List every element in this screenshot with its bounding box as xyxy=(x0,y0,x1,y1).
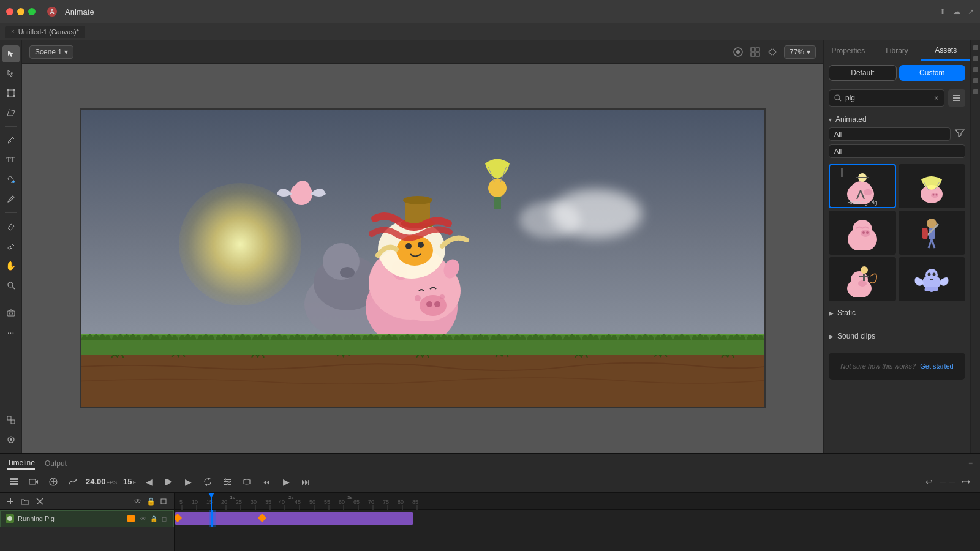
titlebar-actions[interactable]: ⬆ ☁ ↗ xyxy=(940,7,974,16)
brush-tool[interactable] xyxy=(2,190,20,208)
timeline-collapse-button[interactable]: ≡ xyxy=(968,459,973,468)
layer-row-running-pig[interactable]: Running Pig 👁 🔒 ◻ xyxy=(0,510,174,527)
left-toolbar: T T ✋ ··· xyxy=(0,40,22,453)
custom-view-button[interactable]: Custom xyxy=(899,65,966,81)
insert-frame-icon[interactable] xyxy=(240,475,254,489)
svg-rect-57 xyxy=(953,100,960,101)
filter-icon[interactable] xyxy=(954,127,965,138)
list-view-toggle[interactable] xyxy=(948,89,965,107)
asset-pig4[interactable] xyxy=(899,211,966,255)
timeline-settings-icon[interactable] xyxy=(221,475,234,489)
svg-rect-90 xyxy=(10,483,18,485)
layer-stack-icon[interactable] xyxy=(7,475,21,489)
tab-assets[interactable]: Assets xyxy=(921,40,970,61)
layer-outline-mode-icon[interactable]: ◻ xyxy=(160,514,168,523)
cloud-icon[interactable]: ☁ xyxy=(953,7,960,16)
tab-library[interactable]: Library xyxy=(873,40,922,61)
filter-select-1[interactable]: All xyxy=(829,127,951,141)
timeline-track[interactable]: 5 10 15 20 25 30 35 40 45 50 55 60 65 70… xyxy=(175,493,980,551)
output-tab[interactable]: Output xyxy=(45,458,67,469)
go-to-end-button[interactable]: ⏭ xyxy=(299,475,312,489)
animated-section-header[interactable]: ▾ Animated xyxy=(829,111,965,127)
delete-layer-button[interactable] xyxy=(34,496,45,507)
asset-pig2[interactable] xyxy=(899,164,966,208)
svg-rect-102 xyxy=(224,479,231,480)
play-button[interactable]: ▶ xyxy=(279,475,293,489)
zoom-tool[interactable] xyxy=(2,277,20,294)
minimize-button[interactable] xyxy=(17,8,24,15)
far-right-panel xyxy=(970,40,980,453)
pen-tool[interactable] xyxy=(2,132,20,149)
far-right-icon-4 xyxy=(973,78,978,83)
freetransform-tool[interactable] xyxy=(2,84,20,102)
static-chevron-icon: ▶ xyxy=(829,310,834,317)
layer-locked-icon[interactable]: 🔒 xyxy=(149,514,158,523)
timeline-zoom-icon[interactable] xyxy=(959,475,973,489)
snap-icon[interactable] xyxy=(733,47,744,58)
arrow-icon[interactable]: ↗ xyxy=(968,7,974,16)
layer-lock-icon[interactable]: 🔒 xyxy=(145,496,156,507)
graph-icon[interactable] xyxy=(66,475,80,489)
go-to-start-button[interactable]: ⏮ xyxy=(260,475,273,489)
nav-goto-icon[interactable] xyxy=(162,475,175,489)
svg-text:45: 45 xyxy=(295,499,301,505)
subselect-tool[interactable] xyxy=(2,65,20,82)
animated-section: ▾ Animated All All xyxy=(824,111,970,164)
asset-pig3[interactable] xyxy=(829,211,896,255)
eyedropper-tool[interactable] xyxy=(2,238,20,255)
grid-icon[interactable] xyxy=(750,47,761,58)
search-input[interactable] xyxy=(845,94,930,102)
help-text: Not sure how this works? xyxy=(840,362,916,370)
camera-tool[interactable] xyxy=(2,304,20,321)
document-tab[interactable]: × Untitled-1 (Canvas)* xyxy=(5,26,85,38)
tab-properties[interactable]: Properties xyxy=(824,40,873,61)
search-clear-button[interactable]: × xyxy=(934,93,939,103)
asset-pig5[interactable] xyxy=(829,257,896,301)
more-tool[interactable]: ··· xyxy=(2,324,20,341)
add-folder-button[interactable] xyxy=(20,496,31,507)
window-controls[interactable] xyxy=(6,8,36,15)
share-icon[interactable]: ⬆ xyxy=(940,7,946,16)
layer-outline-icon[interactable] xyxy=(158,496,169,507)
close-button[interactable] xyxy=(6,8,13,15)
layer-visible-icon[interactable]: 👁 xyxy=(139,514,148,523)
nav-prev-icon[interactable]: ◀ xyxy=(142,475,156,489)
resize-icon[interactable] xyxy=(767,47,778,58)
svg-text:5: 5 xyxy=(179,499,183,505)
stage[interactable] xyxy=(22,64,823,453)
filter-select-2[interactable]: All xyxy=(829,144,965,158)
camera-control-icon[interactable] xyxy=(27,475,40,489)
svg-rect-106 xyxy=(228,481,230,483)
asset-pig6[interactable] xyxy=(899,257,966,301)
fps-display: 24.00 FPS xyxy=(86,477,117,486)
static-section: ▶ Static xyxy=(824,301,970,324)
zoom-selector[interactable]: 77% ▾ xyxy=(784,45,816,59)
layer-eye-icon[interactable]: 👁 xyxy=(132,496,143,507)
add-motion-icon[interactable] xyxy=(47,475,60,489)
add-layer-button[interactable] xyxy=(5,496,16,507)
maximize-button[interactable] xyxy=(28,8,36,15)
eraser-tool[interactable] xyxy=(2,218,20,235)
static-section-header[interactable]: ▶ Static xyxy=(829,305,965,321)
sound-section-header[interactable]: ▶ Sound clips xyxy=(829,328,965,344)
scene-selector[interactable]: Scene 1 ▾ xyxy=(29,45,74,59)
paintbucket-tool[interactable] xyxy=(2,171,20,188)
asset-running-pig[interactable]: Running Pig xyxy=(829,164,896,208)
timeline-tab[interactable]: Timeline xyxy=(7,457,35,470)
bottom-tool-2[interactable] xyxy=(2,431,20,448)
canvas-frame xyxy=(80,108,766,408)
default-view-button[interactable]: Default xyxy=(829,65,897,81)
svg-point-10 xyxy=(8,282,13,287)
select-tool[interactable] xyxy=(2,45,20,62)
hand-tool[interactable]: ✋ xyxy=(2,257,20,274)
bottom-tool-1[interactable] xyxy=(2,411,20,429)
undo-icon[interactable]: ↩ xyxy=(922,475,936,489)
distort-tool[interactable] xyxy=(2,104,20,121)
slider-track[interactable]: ─ ─ xyxy=(941,475,954,489)
text-tool[interactable]: T T xyxy=(2,151,20,168)
svg-marker-7 xyxy=(7,110,15,116)
get-started-link[interactable]: Get started xyxy=(920,362,953,370)
tab-close-icon[interactable]: × xyxy=(11,28,15,35)
loop-icon[interactable] xyxy=(201,475,214,489)
nav-next-icon[interactable]: ▶ xyxy=(181,475,195,489)
